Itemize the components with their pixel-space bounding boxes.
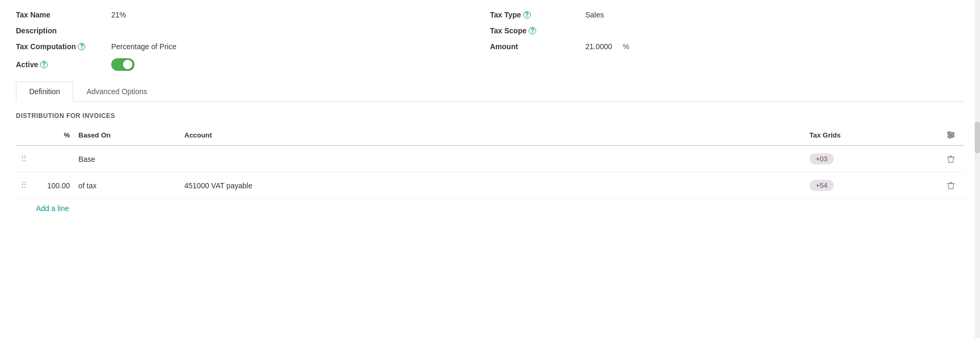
left-column: Tax Name 21% Description Tax Computation… — [16, 11, 490, 71]
svg-point-5 — [949, 136, 951, 138]
svg-rect-6 — [947, 157, 955, 158]
svg-point-4 — [951, 134, 954, 136]
tax-type-value: Sales — [585, 11, 964, 19]
header-account: Account — [180, 129, 805, 141]
drag-handle-1[interactable]: ⠿ — [16, 154, 32, 164]
tabs-container: Definition Advanced Options — [16, 81, 964, 102]
tax-type-field: Tax Type ? Sales — [490, 11, 964, 19]
row1-account — [180, 157, 805, 161]
add-line-button[interactable]: Add a line — [16, 199, 69, 213]
header-drag — [16, 133, 32, 137]
active-field: Active ? — [16, 58, 490, 71]
tax-type-help-icon[interactable]: ? — [523, 11, 531, 19]
amount-row: 21.0000 % — [585, 42, 629, 51]
svg-point-3 — [948, 132, 950, 134]
tax-scope-field: Tax Scope ? — [490, 26, 964, 35]
row2-account: 451000 VAT payable — [180, 179, 805, 192]
row2-based-on: of tax — [74, 179, 180, 192]
tax-computation-help-icon[interactable]: ? — [78, 43, 85, 50]
toggle-slider — [111, 58, 135, 71]
tax-type-label: Tax Type ? — [490, 11, 585, 19]
right-column: Tax Type ? Sales Tax Scope ? Amount 21.0… — [490, 11, 964, 71]
tax-computation-label: Tax Computation ? — [16, 42, 111, 51]
header-percent: % — [32, 129, 74, 141]
tax-grid-badge-2: +54 — [809, 180, 834, 191]
amount-field: Amount 21.0000 % — [490, 42, 964, 51]
distribution-table: % Based On Account Tax Grids — [16, 125, 964, 199]
distribution-title: DISTRIBUTION FOR INVOICES — [16, 112, 964, 120]
description-label: Description — [16, 26, 111, 35]
amount-value: 21.0000 — [585, 42, 612, 51]
tax-grid-badge-1: +03 — [809, 153, 834, 165]
row1-percent — [32, 157, 74, 161]
amount-unit: % — [623, 42, 629, 51]
row1-based-on: Base — [74, 153, 180, 166]
form-section: Tax Name 21% Description Tax Computation… — [0, 0, 980, 76]
delete-icon-2[interactable] — [942, 181, 960, 190]
tab-advanced-options[interactable]: Advanced Options — [73, 81, 160, 102]
tax-scope-help-icon[interactable]: ? — [529, 27, 536, 34]
settings-icon[interactable] — [942, 130, 960, 140]
table-row: ⠿ 100.00 of tax 451000 VAT payable +54 — [16, 172, 964, 199]
active-label: Active ? — [16, 60, 111, 69]
row2-delete[interactable] — [938, 179, 964, 192]
delete-icon-1[interactable] — [942, 155, 960, 163]
tax-name-field: Tax Name 21% — [16, 11, 490, 19]
svg-rect-9 — [950, 182, 952, 183]
scrollbar-thumb[interactable] — [975, 122, 980, 153]
tab-definition[interactable]: Definition — [16, 81, 73, 102]
tax-computation-field: Tax Computation ? Percentage of Price — [16, 42, 490, 51]
amount-label: Amount — [490, 42, 585, 51]
svg-rect-8 — [947, 183, 955, 184]
active-help-icon[interactable]: ? — [40, 61, 48, 68]
row2-tax-grids: +54 — [805, 178, 938, 193]
row1-delete[interactable] — [938, 153, 964, 166]
header-tax-grids: Tax Grids — [805, 129, 938, 141]
svg-rect-7 — [950, 156, 952, 157]
header-based-on: Based On — [74, 129, 180, 141]
tax-scope-label: Tax Scope ? — [490, 26, 585, 35]
scrollbar-track[interactable] — [975, 0, 980, 338]
drag-handle-2[interactable]: ⠿ — [16, 180, 32, 190]
tax-name-label: Tax Name — [16, 11, 111, 19]
tax-computation-value: Percentage of Price — [111, 42, 490, 51]
row1-tax-grids: +03 — [805, 151, 938, 167]
distribution-section: DISTRIBUTION FOR INVOICES % Based On Acc… — [0, 102, 980, 223]
description-field: Description — [16, 26, 490, 35]
table-row: ⠿ Base +03 — [16, 146, 964, 172]
tax-name-value: 21% — [111, 11, 490, 19]
active-toggle[interactable] — [111, 58, 135, 71]
table-header: % Based On Account Tax Grids — [16, 125, 964, 146]
header-actions — [938, 128, 964, 142]
row2-percent: 100.00 — [32, 179, 74, 192]
